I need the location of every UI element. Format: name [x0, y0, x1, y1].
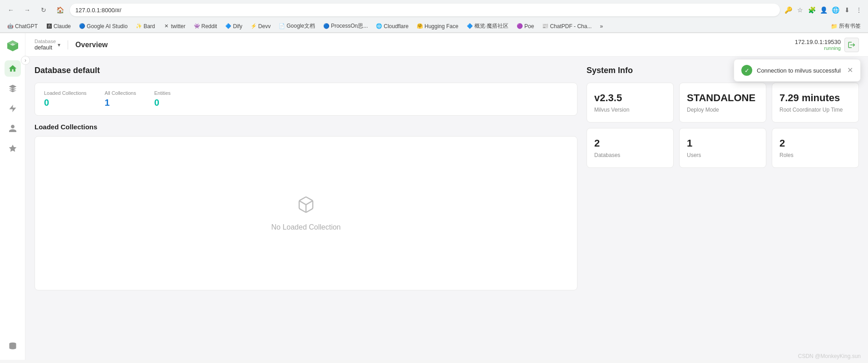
bard-favicon: ✨: [136, 23, 142, 29]
bookmark-chatgpt[interactable]: 🤖 ChatGPT: [4, 22, 41, 31]
sidebar-item-database[interactable]: [5, 338, 21, 354]
system-card-milvus-version: v2.3.5 Milvus Version: [587, 83, 674, 123]
databases-value: 2: [594, 137, 666, 149]
sidebar-item-lightning[interactable]: [5, 100, 21, 117]
toast-close-button[interactable]: ✕: [847, 67, 853, 74]
app-container: › Database default ▾ Overview 172.19.0.1…: [0, 33, 868, 360]
database-section: Database default Loaded Collections 0 Al…: [35, 66, 577, 351]
page-title: Overview: [75, 41, 108, 49]
sidebar-item-home[interactable]: [5, 60, 21, 77]
connect-button[interactable]: [844, 38, 859, 52]
menu-icon[interactable]: ⋮: [854, 5, 863, 15]
dify-favicon: 🔷: [225, 23, 232, 29]
download-icon[interactable]: ⬇: [843, 5, 852, 15]
bookmarks-folder-button[interactable]: 📁 所有书签: [827, 21, 864, 31]
extensions-icon[interactable]: 🧩: [807, 5, 816, 15]
bookmark-cloudflare[interactable]: 🌐 Cloudflare: [372, 22, 412, 31]
bookmark-google-ai-label: Google AI Studio: [87, 23, 128, 29]
poe-favicon: 🟣: [517, 23, 523, 29]
address-bar[interactable]: [70, 4, 780, 16]
processon-favicon: 🔵: [323, 23, 330, 29]
bookmark-dify-label: Dify: [233, 23, 242, 29]
bookmark-chatgpt-label: ChatGPT: [15, 23, 38, 29]
bookmark-huggingface-label: Hugging Face: [424, 23, 459, 29]
bookmark-twitter[interactable]: ✕ twitter: [159, 22, 189, 31]
header-right: 172.19.0.1:19530 running: [795, 38, 859, 52]
header-left: Database default ▾ Overview: [35, 39, 108, 51]
loaded-collections-value: 0: [44, 98, 87, 108]
bookmark-cloudflare-label: Cloudflare: [384, 23, 409, 29]
deploy-mode-value: STANDALONE: [687, 92, 759, 104]
google-docs-favicon: 📄: [279, 23, 285, 29]
connection-status: running: [795, 45, 841, 51]
bookmark-claude[interactable]: 🅰 Claude: [42, 22, 74, 31]
milvus-version-label: Milvus Version: [594, 107, 666, 113]
header-divider: [68, 40, 68, 49]
app-logo[interactable]: [5, 39, 20, 53]
bookmark-reddit-label: Reddit: [202, 23, 217, 29]
bookmark-chatpdf-label: ChatPDF - Cha...: [550, 23, 592, 29]
claude-favicon: 🅰: [46, 23, 52, 29]
bookmark-claude-label: Claude: [54, 23, 71, 29]
bookmark-modelscomp-label: 概览·魔搭社区: [474, 22, 508, 30]
bookmarks-folder-icon: 📁: [831, 23, 838, 29]
sidebar-item-users[interactable]: [5, 120, 21, 137]
cloudflare-favicon: 🌐: [376, 23, 382, 29]
modelscomp-favicon: 🔷: [467, 23, 473, 29]
roles-value: 2: [779, 137, 851, 149]
sidebar-item-collections[interactable]: [5, 80, 21, 97]
stat-entities: Entities 0: [154, 90, 171, 108]
toast-success-icon: ✓: [741, 65, 752, 76]
stats-card: Loaded Collections 0 All Collections 1 E…: [35, 83, 577, 116]
bookmark-processon[interactable]: 🔵 ProcessOn思...: [320, 21, 371, 31]
databases-label: Databases: [594, 152, 666, 158]
chatgpt-favicon: 🤖: [7, 23, 14, 29]
users-value: 1: [687, 137, 759, 149]
connection-ip: 172.19.0.1:19530: [795, 39, 841, 45]
stat-loaded-collections: Loaded Collections 0: [44, 90, 87, 108]
db-label: Database: [35, 39, 56, 44]
star-icon[interactable]: ☆: [795, 5, 804, 15]
all-collections-label: All Collections: [105, 90, 136, 96]
back-button[interactable]: ←: [5, 4, 17, 16]
roles-label: Roles: [779, 152, 851, 158]
deploy-mode-label: Deploy Mode: [687, 107, 759, 113]
system-card-databases: 2 Databases: [587, 128, 674, 168]
bookmark-google-ai[interactable]: 🔵 Google AI Studio: [75, 22, 131, 31]
sidebar: [0, 33, 25, 360]
uptime-value: 7.29 minutes: [779, 92, 851, 104]
home-button[interactable]: 🏠: [54, 4, 66, 16]
uptime-label: Root Coordinator Up Time: [779, 107, 851, 113]
watermark: CSDN @MonkeyKing.sun: [798, 353, 861, 359]
more-bookmarks-button[interactable]: »: [596, 22, 607, 31]
devv-favicon: ⚡: [251, 23, 257, 29]
browser-toolbar: ← → ↻ 🏠 🔑 ☆ 🧩 👤 🌐 ⬇ ⋮: [0, 0, 868, 20]
bookmark-bard-label: Bard: [143, 23, 155, 29]
system-card-uptime: 7.29 minutes Root Coordinator Up Time: [772, 83, 859, 123]
bookmark-bard[interactable]: ✨ Bard: [132, 22, 158, 31]
entities-value: 0: [154, 98, 171, 108]
bookmark-devv[interactable]: ⚡ Devv: [247, 22, 274, 31]
bookmark-poe[interactable]: 🟣 Poe: [513, 22, 538, 31]
sidebar-item-star[interactable]: [5, 140, 21, 157]
bookmark-reddit[interactable]: 👾 Reddit: [190, 22, 221, 31]
system-card-roles: 2 Roles: [772, 128, 859, 168]
loaded-collections-label: Loaded Collections: [44, 90, 87, 96]
browser-actions: 🔑 ☆ 🧩 👤 🌐 ⬇ ⋮: [784, 5, 863, 15]
bookmark-devv-label: Devv: [258, 23, 271, 29]
bookmark-modelscomp[interactable]: 🔷 概览·魔搭社区: [463, 21, 512, 31]
loaded-collections-title: Loaded Collections: [35, 123, 577, 131]
refresh-button[interactable]: ↻: [37, 4, 50, 16]
huggingface-favicon: 🤗: [417, 23, 423, 29]
db-selector[interactable]: Database default ▾: [35, 39, 60, 51]
sidebar-collapse-button[interactable]: ›: [21, 56, 30, 65]
bookmark-dify[interactable]: 🔷 Dify: [222, 22, 246, 31]
bookmark-google-docs[interactable]: 📄 Google文档: [275, 21, 319, 31]
bookmark-chatpdf[interactable]: 📰 ChatPDF - Cha...: [538, 22, 595, 31]
translate-icon[interactable]: 🌐: [831, 5, 840, 15]
main-area: Database default ▾ Overview 172.19.0.1:1…: [25, 33, 868, 360]
forward-button[interactable]: →: [21, 4, 34, 16]
bookmark-huggingface[interactable]: 🤗 Hugging Face: [413, 22, 462, 31]
bookmark-google-docs-label: Google文档: [286, 22, 315, 30]
profile-icon[interactable]: 👤: [819, 5, 828, 15]
